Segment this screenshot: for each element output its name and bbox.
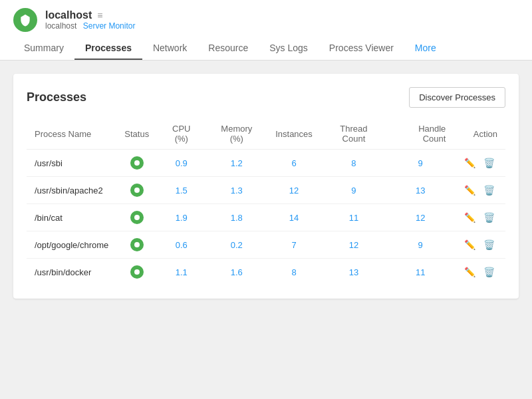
- process-name-cell: /usr/sbi: [27, 150, 116, 177]
- col-status: Status: [116, 118, 157, 150]
- col-memory: Memory (%): [205, 118, 267, 150]
- cpu-cell: 1.9: [157, 204, 205, 231]
- handle-count-cell: 12: [387, 204, 454, 231]
- edit-button[interactable]: ✏️: [462, 238, 478, 251]
- status-indicator: [130, 211, 144, 224]
- table-head: Process Name Status CPU (%) Memory (%) I…: [27, 118, 505, 150]
- memory-cell: 1.8: [205, 204, 267, 231]
- header-top: localhost ≡ localhost Server Monitor: [13, 8, 519, 32]
- handle-count-cell: 13: [387, 177, 454, 204]
- handle-count-cell: 9: [387, 150, 454, 177]
- subtitle-host: localhost: [45, 21, 76, 31]
- server-svg-icon: [19, 13, 32, 27]
- process-name-cell: /opt/google/chrome: [27, 231, 116, 259]
- col-action: Action: [454, 118, 505, 150]
- subtitle-link[interactable]: Server Monitor: [83, 21, 136, 31]
- action-cell: ✏️ 🗑️: [454, 259, 505, 286]
- col-cpu: CPU (%): [157, 118, 205, 150]
- server-subtitle: localhost Server Monitor: [45, 21, 135, 31]
- status-indicator: [130, 156, 144, 170]
- delete-button[interactable]: 🗑️: [481, 265, 497, 279]
- table-row: /usr/sbi 0.9 1.2 6 8 9 ✏️ 🗑️: [27, 150, 505, 177]
- table-header-row: Process Name Status CPU (%) Memory (%) I…: [27, 118, 505, 150]
- card-title: Processes: [27, 90, 86, 104]
- cpu-cell: 0.9: [157, 150, 205, 177]
- tab-network[interactable]: Network: [142, 37, 198, 60]
- instances-cell: 12: [267, 177, 321, 204]
- instances-cell: 8: [267, 259, 321, 286]
- status-indicator: [130, 184, 144, 197]
- tab-resource[interactable]: Resource: [198, 37, 259, 60]
- status-cell: [116, 150, 157, 177]
- thread-count-cell: 9: [321, 177, 387, 204]
- process-name-cell: /bin/cat: [27, 204, 116, 231]
- status-indicator: [130, 265, 144, 279]
- tab-processes[interactable]: Processes: [74, 37, 142, 60]
- server-info: localhost ≡ localhost Server Monitor: [45, 9, 135, 31]
- processes-card: Processes Discover Processes Process Nam…: [13, 74, 519, 299]
- thread-count-cell: 11: [321, 204, 387, 231]
- edit-button[interactable]: ✏️: [462, 184, 478, 197]
- memory-cell: 1.3: [205, 177, 267, 204]
- tab-more[interactable]: More: [404, 37, 447, 60]
- edit-button[interactable]: ✏️: [462, 211, 478, 224]
- status-cell: [116, 259, 157, 286]
- discover-processes-button[interactable]: Discover Processes: [409, 87, 505, 108]
- memory-cell: 1.6: [205, 259, 267, 286]
- cpu-cell: 0.6: [157, 231, 205, 259]
- action-cell: ✏️ 🗑️: [454, 204, 505, 231]
- server-name: localhost: [45, 9, 92, 21]
- delete-button[interactable]: 🗑️: [481, 211, 497, 224]
- edit-button[interactable]: ✏️: [462, 156, 478, 170]
- memory-cell: 1.2: [205, 150, 267, 177]
- instances-cell: 6: [267, 150, 321, 177]
- handle-count-cell: 9: [387, 231, 454, 259]
- instances-cell: 7: [267, 231, 321, 259]
- table-row: /opt/google/chrome 0.6 0.2 7 12 9 ✏️ 🗑️: [27, 231, 505, 259]
- status-cell: [116, 177, 157, 204]
- delete-button[interactable]: 🗑️: [481, 184, 497, 197]
- col-thread-count: Thread Count: [321, 118, 387, 150]
- cpu-cell: 1.1: [157, 259, 205, 286]
- process-name-cell: /usr/sbin/apache2: [27, 177, 116, 204]
- thread-count-cell: 8: [321, 150, 387, 177]
- memory-cell: 0.2: [205, 231, 267, 259]
- tab-syslogs[interactable]: Sys Logs: [259, 37, 319, 60]
- col-handle-count: Handle Count: [387, 118, 454, 150]
- card-header: Processes Discover Processes: [27, 87, 505, 108]
- thread-count-cell: 12: [321, 231, 387, 259]
- table-row: /usr/bin/docker 1.1 1.6 8 13 11 ✏️ 🗑️: [27, 259, 505, 286]
- action-cell: ✏️ 🗑️: [454, 150, 505, 177]
- cpu-cell: 1.5: [157, 177, 205, 204]
- process-name-cell: /usr/bin/docker: [27, 259, 116, 286]
- menu-icon[interactable]: ≡: [97, 10, 102, 21]
- app-container: localhost ≡ localhost Server Monitor Sum…: [0, 0, 532, 399]
- status-cell: [116, 204, 157, 231]
- tab-summary[interactable]: Summary: [13, 37, 74, 60]
- header: localhost ≡ localhost Server Monitor Sum…: [0, 0, 532, 61]
- action-cell: ✏️ 🗑️: [454, 177, 505, 204]
- thread-count-cell: 13: [321, 259, 387, 286]
- processes-table: Process Name Status CPU (%) Memory (%) I…: [27, 118, 505, 285]
- delete-button[interactable]: 🗑️: [481, 156, 497, 170]
- table-row: /usr/sbin/apache2 1.5 1.3 12 9 13 ✏️ 🗑️: [27, 177, 505, 204]
- handle-count-cell: 11: [387, 259, 454, 286]
- table-body: /usr/sbi 0.9 1.2 6 8 9 ✏️ 🗑️ /usr/sbin/a…: [27, 150, 505, 286]
- server-title-row: localhost ≡: [45, 9, 135, 21]
- nav-tabs: Summary Processes Network Resource Sys L…: [13, 37, 519, 60]
- instances-cell: 14: [267, 204, 321, 231]
- status-indicator: [130, 238, 144, 251]
- col-process-name: Process Name: [27, 118, 116, 150]
- col-instances: Instances: [267, 118, 321, 150]
- status-cell: [116, 231, 157, 259]
- edit-button[interactable]: ✏️: [462, 265, 478, 279]
- server-icon: [13, 8, 37, 32]
- main-content: Processes Discover Processes Process Nam…: [0, 61, 532, 399]
- action-cell: ✏️ 🗑️: [454, 231, 505, 259]
- table-row: /bin/cat 1.9 1.8 14 11 12 ✏️ 🗑️: [27, 204, 505, 231]
- delete-button[interactable]: 🗑️: [481, 238, 497, 251]
- tab-processviewer[interactable]: Process Viewer: [319, 37, 404, 60]
